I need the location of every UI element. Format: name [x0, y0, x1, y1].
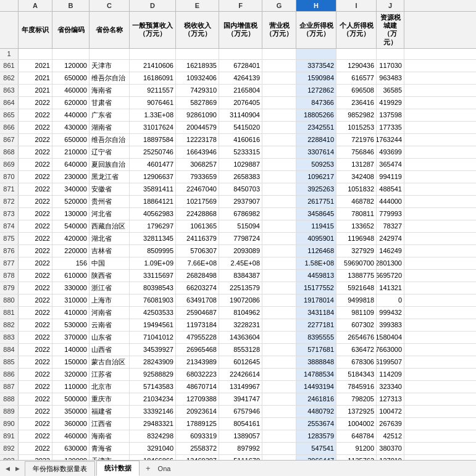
cell-a[interactable]: 2022 [19, 146, 52, 158]
cell-b[interactable]: 420000 [52, 233, 90, 244]
cell-j[interactable]: 493699 [377, 146, 404, 158]
cell-h[interactable]: 14493194 [296, 381, 336, 393]
cell-a[interactable]: 2022 [19, 332, 52, 343]
cell-i[interactable]: 616577 [336, 72, 377, 84]
cell-i[interactable]: 5921648 [336, 282, 377, 294]
cell-f[interactable]: 14363604 [219, 332, 262, 343]
cell-h[interactable]: 15177552 [296, 282, 336, 294]
cell-i[interactable]: 798205 [336, 393, 377, 405]
cell-g[interactable] [262, 418, 296, 430]
cell-f[interactable]: 8384387 [219, 270, 262, 282]
cell-e[interactable]: 17889125 [176, 418, 219, 430]
cell-b[interactable]: 120000 [52, 60, 90, 72]
cell-h[interactable]: 1283579 [296, 430, 336, 442]
col-header-e[interactable]: E [176, 0, 219, 11]
cell-f[interactable]: 3941747 [219, 393, 262, 405]
cell-i[interactable]: 981109 [336, 307, 377, 319]
cell-e[interactable]: 12223178 [176, 134, 219, 146]
cell-d[interactable]: 42503533 [130, 307, 176, 319]
cell-c[interactable]: 青海省 [90, 443, 130, 454]
cell-e[interactable]: 22467040 [176, 183, 219, 195]
cell-i[interactable]: 648784 [336, 430, 377, 442]
cell-g[interactable] [262, 319, 296, 331]
cell-c[interactable] [90, 49, 130, 59]
cell-d[interactable]: 16186091 [130, 72, 176, 84]
cell-a[interactable]: 2022 [19, 109, 52, 121]
cell-b[interactable]: 130000 [52, 208, 90, 220]
cell-g[interactable] [262, 282, 296, 294]
cell-a[interactable]: 2022 [19, 196, 52, 207]
cell-j[interactable]: 6695720 [377, 270, 404, 282]
cell-e[interactable]: 24116379 [176, 233, 219, 244]
cell-a[interactable]: 2022 [19, 356, 52, 368]
cell-e[interactable]: 1061365 [176, 220, 219, 232]
cell-g[interactable] [262, 430, 296, 442]
cell-h[interactable]: 3307614 [296, 146, 336, 158]
cell-e[interactable]: 25904687 [176, 307, 219, 319]
cell-c[interactable]: 西藏自治区 [90, 220, 130, 232]
cell-g[interactable] [262, 257, 296, 269]
cell-b[interactable]: 500000 [52, 393, 90, 405]
cell-d[interactable]: 92588829 [130, 369, 176, 380]
cell-g[interactable] [262, 381, 296, 393]
cell-f[interactable]: 5233315 [219, 146, 262, 158]
cell-h[interactable]: 847366 [296, 97, 336, 109]
cell-c[interactable]: 海南省 [90, 85, 130, 96]
cell-c[interactable]: 夏回族自治 [90, 159, 130, 170]
cell-j[interactable]: 488541 [377, 183, 404, 195]
cell-e[interactable]: 13469397 [176, 455, 219, 460]
cell-j[interactable]: 6199507 [377, 356, 404, 368]
cell-d[interactable]: 3291040 [130, 443, 176, 454]
cell-h[interactable]: 18805266 [296, 109, 336, 121]
cell-a[interactable]: 2022 [19, 159, 52, 170]
cell-b[interactable]: 540000 [52, 220, 90, 232]
cell-d[interactable]: 40562983 [130, 208, 176, 220]
cell-c[interactable]: 吉林省 [90, 245, 130, 257]
cell-j[interactable]: 114209 [377, 369, 404, 380]
cell-g[interactable] [262, 85, 296, 96]
cell-b[interactable]: 620000 [52, 97, 90, 109]
cell-d[interactable]: 31017624 [130, 122, 176, 133]
cell-f[interactable]: 8450703 [219, 183, 262, 195]
cell-f[interactable]: 22513579 [219, 282, 262, 294]
cell-f[interactable]: 3228231 [219, 319, 262, 331]
cell-d[interactable]: 28243909 [130, 356, 176, 368]
cell-c[interactable]: 中国 [90, 257, 130, 269]
cell-f[interactable]: 31140904 [219, 109, 262, 121]
cell-f[interactable]: 4264139 [219, 72, 262, 84]
cell-j[interactable]: 141321 [377, 282, 404, 294]
cell-b[interactable]: 310000 [52, 294, 90, 306]
cell-e[interactable]: 20044579 [176, 122, 219, 133]
cell-h[interactable]: 3373542 [296, 60, 336, 72]
cell-i[interactable]: 5184343 [336, 369, 377, 380]
cell-c[interactable]: 海南省 [90, 430, 130, 442]
cell-j[interactable]: 994119 [377, 171, 404, 183]
cell-d[interactable]: 18864121 [130, 196, 176, 207]
cell-a[interactable]: 2022 [19, 319, 52, 331]
cell-g[interactable] [262, 307, 296, 319]
cell-j[interactable] [377, 49, 404, 59]
cell-g[interactable] [262, 159, 296, 170]
cell-h[interactable]: 119415 [296, 220, 336, 232]
cell-a[interactable]: 2022 [19, 97, 52, 109]
cell-e[interactable] [176, 49, 219, 59]
cell-c[interactable]: 天津市 [90, 60, 130, 72]
cell-a[interactable]: 2022 [19, 134, 52, 146]
cell-a[interactable]: 2022 [19, 270, 52, 282]
cell-b[interactable]: 460000 [52, 430, 90, 442]
cell-d[interactable]: 57143583 [130, 381, 176, 393]
col-header-a[interactable]: A [19, 0, 52, 11]
cell-c[interactable]: 湖北省 [90, 233, 130, 244]
cell-e[interactable]: 16218935 [176, 60, 219, 72]
cell-c[interactable]: 江西省 [90, 418, 130, 430]
cell-a[interactable]: 2022 [19, 393, 52, 405]
cell-f[interactable]: 5415020 [219, 122, 262, 133]
cell-a[interactable]: 2021 [19, 72, 52, 84]
cell-a[interactable]: 2022 [19, 443, 52, 454]
cell-g[interactable] [262, 60, 296, 72]
cell-g[interactable] [262, 344, 296, 356]
cell-i[interactable]: 1015253 [336, 122, 377, 133]
cell-g[interactable] [262, 97, 296, 109]
cell-d[interactable]: 71041012 [130, 332, 176, 343]
cell-j[interactable]: 32801300 [377, 257, 404, 269]
